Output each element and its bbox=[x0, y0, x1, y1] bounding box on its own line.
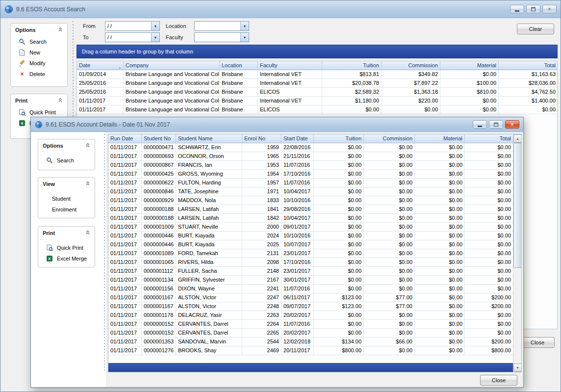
dropdown-arrow-icon[interactable]: ▼ bbox=[240, 33, 249, 42]
table-row[interactable]: 01/11/20170000001009STUART, Neville20000… bbox=[108, 223, 513, 232]
scroll-up-icon[interactable]: ▲ bbox=[513, 134, 522, 143]
column-header-enrol-no[interactable]: Enrol No bbox=[242, 134, 281, 143]
collapse-chevron-icon[interactable] bbox=[58, 98, 63, 104]
table-row[interactable]: 01/11/20170000000446BURT, Kiayada202410/… bbox=[108, 232, 513, 240]
table-row[interactable]: 01/11/20170000000188LARSEN, Latifah18412… bbox=[108, 205, 513, 214]
collapse-chevron-icon[interactable] bbox=[85, 143, 90, 149]
sidebar-item-search[interactable]: Search bbox=[11, 36, 67, 47]
table-row[interactable]: 01/11/20170000001167ALSTON, Victor224706… bbox=[108, 293, 513, 302]
column-header-material[interactable]: Material bbox=[440, 61, 499, 70]
column-header-location[interactable]: Location bbox=[220, 61, 258, 70]
detail-options-header[interactable]: Options bbox=[38, 139, 95, 152]
sidebar-item-quick-print[interactable]: Quick Print bbox=[38, 242, 95, 253]
cell-date: 01/11/2017 bbox=[77, 97, 124, 105]
table-row[interactable]: 01/11/20170000001089FORD, Tamekah213123/… bbox=[108, 249, 513, 258]
column-header-commission[interactable]: Commission bbox=[364, 134, 415, 143]
table-row[interactable]: 01/11/20170000000188LARSEN, Latifah18421… bbox=[108, 214, 513, 223]
detail-splitter[interactable] bbox=[103, 134, 105, 372]
dropdown-arrow-icon[interactable]: ▼ bbox=[151, 22, 159, 30]
detail-close-button[interactable]: Close bbox=[480, 375, 517, 386]
table-row[interactable]: 01/11/20170000000622FULTON, Harding19571… bbox=[108, 179, 513, 187]
column-header-start-date[interactable]: Start Date bbox=[281, 134, 314, 143]
column-header-total[interactable]: Total bbox=[499, 61, 558, 70]
maximize-button[interactable] bbox=[489, 120, 503, 129]
sidebar-item-modify[interactable]: Modify bbox=[11, 58, 67, 69]
column-header-date[interactable]: Date▲ bbox=[77, 61, 124, 70]
cell-enrol-no: 1954 bbox=[242, 170, 281, 178]
collapse-chevron-icon[interactable] bbox=[85, 181, 90, 187]
location-combo[interactable]: ▼ bbox=[194, 21, 249, 31]
sidebar-item-label: Delete bbox=[29, 71, 45, 77]
cell-student-name: DELACRUZ, Yasir bbox=[176, 311, 242, 319]
table-row[interactable]: 25/05/2016Brisbane Language and Vocation… bbox=[77, 88, 557, 97]
table-row[interactable]: 01/11/20170000000152CERVANTES, Darrel226… bbox=[108, 329, 513, 338]
faculty-combo[interactable]: ▼ bbox=[194, 32, 249, 42]
sidebar-item-search[interactable]: Search bbox=[38, 155, 95, 166]
table-row[interactable]: 01/11/20170000001156DIXON, Wayne224111/0… bbox=[108, 285, 513, 293]
sidebar-item-student[interactable]: Student bbox=[38, 193, 95, 204]
print-panel-header[interactable]: Print bbox=[11, 94, 67, 107]
table-row[interactable]: 01/11/2017Brisbane Language and Vocation… bbox=[77, 105, 557, 114]
detail-view-header[interactable]: View bbox=[38, 178, 95, 190]
main-close-button[interactable]: Close bbox=[520, 337, 555, 348]
collapse-chevron-icon[interactable] bbox=[85, 230, 90, 236]
sidebar-item-enrolment[interactable]: Enrolment bbox=[38, 204, 95, 215]
table-row[interactable]: 01/11/20170000001276BROOKS, Shay246920/1… bbox=[108, 346, 513, 355]
vertical-scrollbar[interactable]: ▲ ▼ bbox=[513, 134, 521, 372]
detail-titlebar[interactable]: 9.61 ESOS Account Details - Date 01 Nov … bbox=[31, 117, 523, 132]
column-header-run-date[interactable]: Run Date bbox=[108, 134, 142, 143]
dropdown-arrow-icon[interactable]: ▼ bbox=[240, 22, 249, 30]
collapse-chevron-icon[interactable] bbox=[58, 27, 63, 33]
column-header-student-name[interactable]: Student Name bbox=[176, 134, 242, 143]
sidebar-item-quick-print[interactable]: Quick Print bbox=[11, 107, 67, 118]
column-header-tuition[interactable]: Tuition bbox=[322, 61, 382, 70]
sidebar-item-new[interactable]: New bbox=[11, 47, 67, 58]
table-row[interactable]: 01/11/20170000000425GROSS, Wyoming195417… bbox=[108, 170, 513, 179]
table-row[interactable]: 01/11/20170000001112FULLER, Sacha214823/… bbox=[108, 267, 513, 276]
table-row[interactable]: 01/11/20170000000693OCONNOR, Orson196521… bbox=[108, 152, 513, 161]
cell-tuition: $0.00 bbox=[314, 329, 364, 337]
column-header-faculty[interactable]: Faculty bbox=[258, 61, 322, 70]
sidebar-item-delete[interactable]: × Delete bbox=[11, 69, 67, 79]
main-titlebar[interactable]: 9.6 ESOS Account Search × bbox=[0, 0, 561, 18]
close-window-button[interactable]: × bbox=[505, 120, 519, 129]
cell-commission: $0.00 bbox=[364, 320, 415, 328]
date-to-combo[interactable]: / / ▼ bbox=[105, 32, 160, 42]
table-row[interactable]: 01/11/20170000000471SCHWARTZ, Erin195922… bbox=[108, 143, 513, 152]
column-header-company[interactable]: Company bbox=[124, 61, 220, 70]
table-row[interactable]: 01/11/20170000001167ALSTON, Victor224809… bbox=[108, 302, 513, 311]
options-panel-header[interactable]: Options bbox=[11, 24, 67, 36]
table-row[interactable]: 01/11/20170000001353SANDOVAL, Marvin2544… bbox=[108, 338, 513, 346]
scroll-thumb[interactable] bbox=[513, 143, 522, 268]
detail-print-header[interactable]: Print bbox=[38, 227, 95, 239]
cell-material: $0.00 bbox=[415, 302, 465, 311]
scroll-down-icon[interactable]: ▼ bbox=[513, 364, 522, 372]
column-header-material[interactable]: Material bbox=[415, 134, 465, 143]
close-window-button[interactable]: × bbox=[542, 5, 557, 13]
column-header-total[interactable]: Total bbox=[465, 134, 513, 143]
table-row[interactable]: 01/11/20170000000846TATE, Josephine19711… bbox=[108, 187, 513, 196]
table-row[interactable]: 01/11/20170000000929MADDOX, Nola183310/1… bbox=[108, 196, 513, 205]
cell-enrol-no: 2098 bbox=[242, 258, 281, 266]
minimize-button[interactable] bbox=[510, 5, 524, 13]
minimize-button[interactable] bbox=[473, 120, 487, 129]
table-row[interactable]: 01/11/20170000001178DELACRUZ, Yasir22632… bbox=[108, 311, 513, 320]
clear-button[interactable]: Clear bbox=[517, 24, 554, 34]
table-row[interactable]: 25/05/2016Brisbane Language and Vocation… bbox=[77, 79, 557, 88]
column-header-tuition[interactable]: Tuition bbox=[314, 134, 364, 143]
dropdown-arrow-icon[interactable]: ▼ bbox=[151, 33, 159, 42]
maximize-button[interactable] bbox=[526, 5, 540, 13]
table-row[interactable]: 01/11/20170000000446BURT, Kiayada202510/… bbox=[108, 240, 513, 249]
column-header-commission[interactable]: Commission bbox=[382, 61, 440, 70]
table-row[interactable]: 01/11/20170000000867FRANCIS, Ian195311/0… bbox=[108, 161, 513, 170]
sidebar-item-excel-merge[interactable]: X Excel Merge bbox=[38, 253, 95, 264]
table-row[interactable]: 01/11/20170000001134GRIFFIN, Sylvester21… bbox=[108, 276, 513, 285]
date-from-combo[interactable]: / / ▼ bbox=[105, 21, 160, 31]
column-header-student-no[interactable]: Student No bbox=[142, 134, 176, 143]
table-row[interactable]: 01/09/2014Brisbane Language and Vocation… bbox=[77, 70, 557, 79]
table-row[interactable]: 01/11/20170000000152CERVANTES, Darrel226… bbox=[108, 320, 513, 329]
table-row[interactable]: 01/11/20170000001065RIVERS, Hilda209817/… bbox=[108, 258, 513, 267]
table-row[interactable]: 01/11/2017Brisbane Language and Vocation… bbox=[77, 97, 557, 105]
column-label: Student No bbox=[144, 135, 171, 141]
cell-student-no: 0000000471 bbox=[142, 143, 176, 152]
